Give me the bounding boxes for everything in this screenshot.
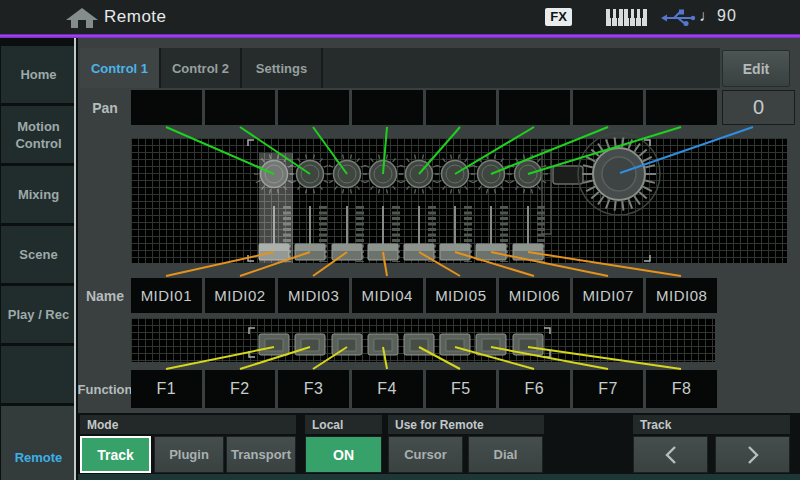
sidebar-item-scene[interactable]: Scene: [1, 226, 76, 283]
top-bar: Remote FX ♩ 90: [0, 0, 800, 34]
name-row-label: Name: [80, 278, 130, 313]
tab-bar: Control 1 Control 2 Settings: [80, 48, 720, 88]
name-box-5[interactable]: MIDI05: [426, 278, 497, 313]
mode-track-button[interactable]: Track: [80, 436, 151, 473]
local-section-label: Local: [305, 415, 382, 434]
chevron-left-icon: [664, 444, 678, 466]
use-for-remote-section-label: Use for Remote: [388, 415, 544, 434]
usb-icon: [658, 9, 696, 26]
remote-dial-button[interactable]: Dial: [468, 436, 543, 473]
name-box-1[interactable]: MIDI01: [131, 278, 202, 313]
name-box-row: MIDI01 MIDI02 MIDI03 MIDI04 MIDI05 MIDI0…: [131, 278, 717, 313]
name-box-7[interactable]: MIDI07: [573, 278, 644, 313]
tab-settings[interactable]: Settings: [242, 48, 323, 88]
function-box-f2[interactable]: F2: [205, 370, 276, 408]
chevron-right-icon: [746, 444, 760, 466]
mode-section-label: Mode: [80, 415, 296, 434]
sidebar: Home Motion Control Mixing Scene Play / …: [0, 38, 78, 480]
track-prev-button[interactable]: [633, 436, 708, 473]
function-box-f4[interactable]: F4: [352, 370, 423, 408]
function-box-f6[interactable]: F6: [499, 370, 570, 408]
bottom-accent-strip: [78, 474, 800, 480]
pan-box-8[interactable]: [646, 90, 717, 125]
name-box-8[interactable]: MIDI08: [646, 278, 717, 313]
pan-box-1[interactable]: [131, 90, 202, 125]
local-on-button[interactable]: ON: [305, 436, 382, 473]
keyboard-icon: [604, 8, 648, 27]
function-button-panel: [131, 318, 715, 362]
mode-transport-button[interactable]: Transport: [226, 436, 296, 473]
remote-cursor-button[interactable]: Cursor: [388, 436, 463, 473]
sidebar-item-motion-control[interactable]: Motion Control: [1, 106, 76, 163]
tab-control-2[interactable]: Control 2: [161, 48, 242, 88]
tab-control-1[interactable]: Control 1: [80, 48, 161, 88]
function-row-label: Function: [80, 370, 130, 408]
function-box-f1[interactable]: F1: [131, 370, 202, 408]
function-box-row: F1 F2 F3 F4 F5 F6 F7 F8: [131, 370, 717, 408]
pan-box-7[interactable]: [573, 90, 644, 125]
pan-box-3[interactable]: [278, 90, 349, 125]
function-box-f3[interactable]: F3: [278, 370, 349, 408]
track-next-button[interactable]: [715, 436, 790, 473]
home-icon[interactable]: [62, 7, 102, 29]
knob-slider-panel: [131, 138, 787, 263]
tempo-value[interactable]: 90: [717, 7, 737, 25]
pan-box-row: [131, 90, 717, 125]
sidebar-item-home[interactable]: Home: [1, 46, 76, 103]
name-box-2[interactable]: MIDI02: [205, 278, 276, 313]
function-box-f7[interactable]: F7: [573, 370, 644, 408]
track-section-label: Track: [633, 415, 790, 434]
name-box-3[interactable]: MIDI03: [278, 278, 349, 313]
page-title: Remote: [104, 7, 167, 27]
sidebar-item-mixing[interactable]: Mixing: [1, 166, 76, 223]
function-box-f5[interactable]: F5: [426, 370, 497, 408]
sidebar-item-empty: [1, 346, 76, 403]
pan-box-5[interactable]: [426, 90, 497, 125]
remote-screen: Remote FX ♩ 90: [0, 0, 800, 480]
function-box-f8[interactable]: F8: [646, 370, 717, 408]
sidebar-item-remote[interactable]: Remote: [1, 406, 76, 480]
pan-box-4[interactable]: [352, 90, 423, 125]
fx-status-badge: FX: [545, 8, 572, 26]
sidebar-item-play-rec[interactable]: Play / Rec: [1, 286, 76, 343]
sidebar-separator: [74, 38, 76, 480]
name-box-4[interactable]: MIDI04: [352, 278, 423, 313]
dial-value-box[interactable]: 0: [722, 90, 795, 125]
pan-row-label: Pan: [80, 90, 130, 125]
pan-box-2[interactable]: [205, 90, 276, 125]
name-box-6[interactable]: MIDI06: [499, 278, 570, 313]
pan-box-6[interactable]: [499, 90, 570, 125]
mode-plugin-button[interactable]: Plugin: [154, 436, 224, 473]
tempo-note-icon: ♩: [699, 7, 715, 25]
edit-button[interactable]: Edit: [722, 50, 790, 87]
